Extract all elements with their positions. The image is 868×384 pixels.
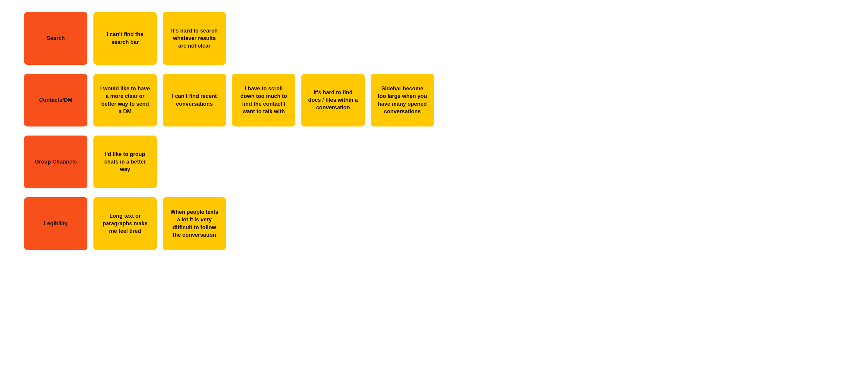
card-contacts-1: I would like to have a more clear or bet…: [93, 74, 157, 127]
card-search-1: I can't find the search bar: [93, 12, 157, 65]
card-legibility-1: Long text or paragraphs make me feel tir…: [93, 197, 157, 250]
board: SearchI can't find the search barIt's ha…: [24, 12, 844, 250]
card-contacts-2: I can't find recent conversations: [163, 74, 226, 127]
cat-legibility: Legibility: [24, 197, 87, 250]
card-contacts-3: I have to scroll down too much to find t…: [232, 74, 296, 127]
row-group: Group ChannelsI'd like to group chats in…: [24, 135, 844, 188]
card-contacts-5: Sidebar become too large when you have m…: [371, 74, 434, 127]
card-legibility-2: When people texts a lot it is very diffi…: [163, 197, 226, 250]
row-legibility: LegibilityLong text or paragraphs make m…: [24, 197, 844, 250]
card-contacts-4: It's hard to find docs / files within a …: [301, 74, 365, 127]
cat-search: Search: [24, 12, 87, 65]
cat-group: Group Channels: [24, 135, 87, 188]
card-group-1: I'd like to group chats in a better way: [93, 135, 157, 188]
row-search: SearchI can't find the search barIt's ha…: [24, 12, 844, 65]
card-search-2: It's hard to search whatever results are…: [163, 12, 226, 65]
row-contacts: Contacts/DMI would like to have a more c…: [24, 74, 844, 127]
cat-contacts: Contacts/DM: [24, 74, 87, 127]
